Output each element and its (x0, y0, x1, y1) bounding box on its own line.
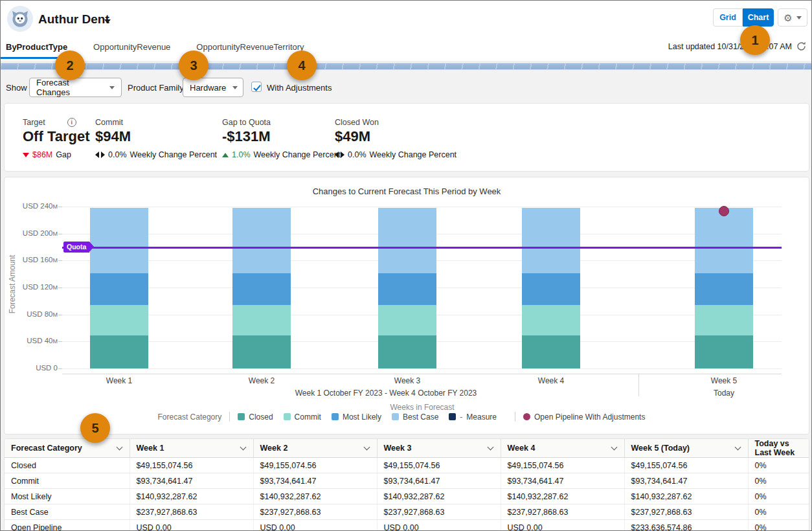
legend-item-commit: Commit (284, 412, 321, 422)
product-family-select[interactable]: Hardware (183, 78, 243, 97)
chevron-down-icon (109, 86, 115, 89)
product-family-label: Product Family (128, 83, 184, 93)
kpi-value: $94M (95, 128, 131, 145)
column-header-week-2[interactable]: Week 2 (253, 439, 377, 458)
column-header-week-5-today-[interactable]: Week 5 (Today) (624, 439, 748, 458)
callout-badge-1: 1 (740, 25, 770, 55)
kpi-label-text: Closed Won (335, 118, 379, 127)
table-cell: 0% (748, 489, 809, 504)
bar-closed[interactable] (90, 335, 148, 368)
forecast-table: Forecast CategoryWeek 1Week 2Week 3Week … (5, 439, 809, 531)
forecast-chart-card: Changes to Current Forecast This Period … (4, 177, 809, 435)
tab-opportunityrevenue[interactable]: OpportunityRevenue (88, 38, 175, 60)
table-cell: $237,927,868.63 (130, 504, 253, 520)
table-cell: $93,734,641.47 (501, 473, 624, 489)
kpi-summary-card: TargetiOff Target$86MGapCommit$94M0.0%We… (4, 103, 809, 172)
grid-line (62, 207, 782, 207)
legend-point-swatch (523, 413, 530, 420)
triangle-left-icon (335, 152, 339, 158)
week-group-sublabel: Week 1 October FY 2023 - Week 4 October … (295, 389, 477, 398)
kpi-value: $49M (335, 128, 370, 145)
legend-divider (229, 412, 230, 422)
legend-label: Open Pipeline With Adjustments (534, 412, 645, 422)
chevron-down-icon (734, 444, 741, 451)
table-body: Closed$49,155,074.56$49,155,074.56$49,15… (5, 458, 809, 531)
bar-closed[interactable] (695, 335, 753, 368)
gear-icon: ⚙ (784, 13, 792, 23)
kpi-delta-suffix: Gap (56, 150, 71, 159)
bar-closed[interactable] (232, 335, 291, 368)
kpi-delta: 0.0%Weekly Change Percent (95, 150, 217, 159)
table-cell: USD 0.00 (501, 520, 624, 531)
show-select-value: Forecast Changes (36, 78, 103, 97)
kpi-delta-value: 0.0% (108, 150, 127, 159)
kpi-delta-value: 1.0% (232, 150, 251, 159)
arrow-up-icon (222, 153, 229, 157)
legend-label: Best Case (403, 412, 438, 422)
table-cell: Closed (5, 458, 130, 473)
user-menu[interactable]: Authur Dent (38, 12, 109, 27)
show-select[interactable]: Forecast Changes (29, 78, 122, 97)
table-cell: $140,932,287.62 (377, 489, 501, 504)
legend-swatch (392, 413, 399, 420)
kpi-label: Targeti (23, 118, 76, 127)
y-tick-label: USD 40M (11, 337, 58, 345)
y-tick-mark (58, 234, 62, 234)
kpi-delta: 1.0%Weekly Change Percent (222, 150, 341, 159)
y-tick-mark (58, 315, 62, 315)
quota-label: Quota (63, 242, 89, 253)
column-header-forecast-category[interactable]: Forecast Category (5, 439, 130, 458)
column-header-week-1[interactable]: Week 1 (130, 439, 253, 458)
legend-swatch (449, 413, 456, 420)
triangle-right-icon (341, 152, 344, 158)
table-cell: Open Pipeline (5, 520, 130, 531)
kpi-delta-suffix: Weekly Change Percent (254, 150, 341, 159)
callout-badge-2: 2 (55, 51, 85, 80)
x-tick-label: Week 3 (394, 376, 420, 385)
kpi-delta: $86MGap (23, 150, 71, 159)
table-cell: $140,932,287.62 (624, 489, 748, 504)
kpi-delta-suffix: Weekly Change Percent (370, 150, 457, 159)
column-header-week-3[interactable]: Week 3 (377, 439, 501, 458)
table-cell: Most Likely (5, 489, 130, 504)
legend-label: Most Likely (343, 412, 381, 422)
legend-swatch (238, 413, 245, 420)
table-cell: 0% (748, 473, 809, 489)
y-tick-mark (58, 288, 62, 288)
kpi-value: Off Target (23, 128, 89, 145)
today-sublabel: Today (714, 389, 734, 398)
legend-title: Forecast Category (158, 412, 222, 422)
grid-button[interactable]: Grid (713, 8, 743, 27)
x-tick-label: Week 4 (538, 376, 564, 385)
chevron-down-icon[interactable] (104, 19, 111, 23)
theme-banner-strip (1, 63, 811, 70)
kpi-label-text: Gap to Quota (222, 118, 271, 127)
callout-badge-5: 5 (80, 413, 110, 443)
legend-item-best-case: Best Case (392, 412, 438, 422)
chart-button[interactable]: Chart (743, 8, 774, 27)
grid-line (62, 368, 782, 369)
no-change-icon (95, 152, 105, 158)
settings-button[interactable]: ⚙ (778, 8, 807, 27)
callout-badge-4: 4 (287, 51, 317, 80)
open-pipeline-adjustments-point[interactable] (719, 206, 729, 216)
y-tick-mark (58, 207, 62, 207)
info-icon[interactable]: i (67, 118, 76, 127)
kpi-label-text: Commit (95, 118, 123, 127)
kpi-label: Commit (95, 118, 123, 127)
y-tick-label: USD 120M (11, 283, 58, 291)
refresh-icon[interactable] (796, 41, 806, 51)
y-tick-label: USD 240M (11, 202, 58, 210)
with-adjustments-checkbox[interactable] (251, 82, 262, 92)
table-cell: $49,155,074.56 (253, 458, 377, 473)
table-cell: $49,155,074.56 (501, 458, 624, 473)
einstein-avatar (7, 6, 33, 32)
y-tick-label: USD 160M (11, 256, 58, 264)
column-header-week-4[interactable]: Week 4 (501, 439, 624, 458)
triangle-left-icon (95, 152, 99, 158)
table-cell: $93,734,641.47 (130, 473, 253, 489)
legend-swatch (284, 413, 291, 420)
bar-closed[interactable] (522, 335, 580, 368)
bar-closed[interactable] (378, 335, 436, 368)
chevron-down-icon (796, 16, 802, 19)
